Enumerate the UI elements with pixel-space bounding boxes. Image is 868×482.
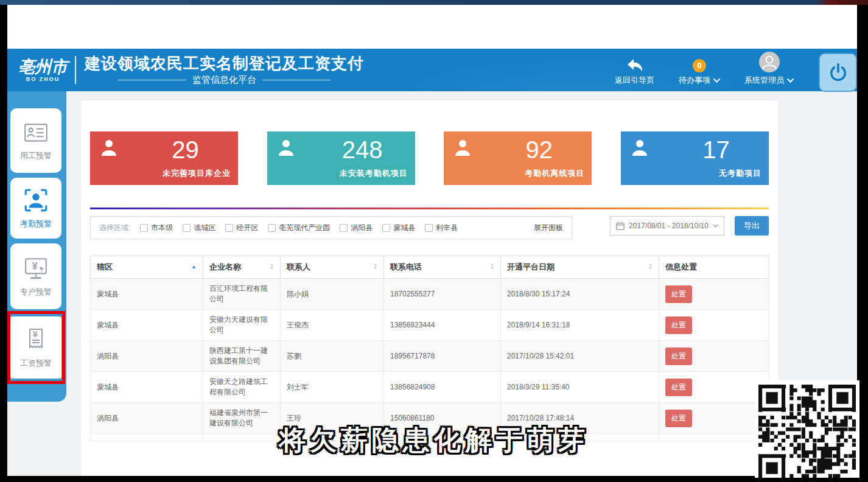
column-header-company[interactable]: 企业名称 ▲▼	[203, 256, 281, 279]
region-checkbox-0[interactable]: 市本级	[140, 223, 173, 233]
todo-label: 待办事项	[679, 75, 710, 86]
main-panel: 29 未完善项目库企业 248 未安装考勤机项目 92 考勤机离线项目	[81, 100, 778, 476]
stat-card-incomplete-projects[interactable]: 29 未完善项目库企业	[90, 131, 238, 185]
screen: 亳州市 BO ZHOU 建设领域农民工实名制登记及工资支付 监管信息化平台	[0, 0, 868, 482]
chevron-down-icon	[713, 224, 718, 228]
page-subtitle: 监管信息化平台	[192, 74, 256, 86]
face-scan-icon	[23, 187, 49, 213]
table-row: 蒙城县 安徽天之路建筑工程有限公司 刘士军 13856824908 2018/3…	[91, 372, 769, 403]
sidebar-item-label: 工资预警	[20, 358, 52, 369]
sort-icons[interactable]: ▲▼	[270, 263, 274, 270]
handle-button[interactable]: 处置	[665, 285, 692, 303]
checkbox[interactable]	[140, 224, 148, 232]
person-icon	[277, 139, 295, 157]
stat-value: 92	[486, 136, 592, 164]
logout-power-button[interactable]	[819, 53, 857, 92]
table-row: 涡阳县 陕西建工第十一建设集团有限公司 苏鹏 18956717878 2017/…	[91, 341, 769, 372]
sort-icons[interactable]: ▲▼	[648, 263, 653, 270]
todo-menu[interactable]: 0 待办事项	[679, 54, 720, 86]
table-row: 蒙城县 百汇环境工程有限公司 陈小娟 18702555277 2018/8/30…	[91, 279, 769, 310]
handle-button[interactable]: 处置	[665, 379, 692, 396]
sidebar-item-account-warning[interactable]: ¥ 专户预警	[10, 243, 61, 309]
city-logo: 亳州市 BO ZHOU	[18, 58, 68, 82]
person-icon	[631, 139, 649, 157]
region-checkbox-1[interactable]: 谯城区	[183, 223, 215, 233]
sort-asc-icon[interactable]: ▲	[191, 264, 197, 270]
gradient-divider	[90, 208, 769, 209]
region-checkbox-3[interactable]: 亳芜现代产业园	[268, 223, 330, 233]
handle-button[interactable]: 处置	[665, 348, 692, 365]
column-header-open-date[interactable]: 开通平台日期 ▲▼	[501, 256, 659, 279]
sidebar-item-label: 专户预警	[20, 287, 52, 298]
stat-value: 17	[663, 136, 769, 164]
date-range-picker[interactable]: 2017/08/01 - 2018/10/10	[610, 216, 724, 236]
expand-panel-button[interactable]: 展开面板	[534, 223, 563, 233]
sort-icons[interactable]: ▲▼	[373, 263, 377, 270]
app-header: 亳州市 BO ZHOU 建设领域农民工实名制登记及工资支付 监管信息化平台	[7, 49, 857, 91]
region-filter-label: 选择区域:	[99, 223, 130, 233]
video-top-bar	[0, 0, 868, 5]
user-label: 系统管理员	[744, 75, 784, 86]
stat-label: 无考勤项目	[719, 168, 761, 179]
id-card-icon	[23, 120, 49, 145]
city-logo-text: 亳州市	[18, 58, 68, 75]
monitor-yuan-icon: ¥	[23, 256, 49, 281]
table-row: 蒙城县 安徽力天建设有限公司 王俊杰 13856923444 2018/9/14…	[91, 310, 769, 341]
stat-label: 考勤机离线项目	[525, 168, 584, 179]
page-title: 建设领域农民工实名制登记及工资支付	[85, 54, 364, 72]
stat-card-no-attendance-machine[interactable]: 248 未安装考勤机项目	[267, 131, 415, 185]
user-menu[interactable]: 系统管理员	[744, 54, 794, 86]
back-to-guide-button[interactable]: 返回引导页	[615, 54, 654, 86]
svg-text:¥: ¥	[33, 329, 38, 339]
stat-label: 未完善项目库企业	[163, 168, 231, 179]
column-header-contact[interactable]: 联系人 ▲▼	[281, 256, 384, 279]
app-window: 亳州市 BO ZHOU 建设领域农民工实名制登记及工资支付 监管信息化平台	[7, 5, 857, 476]
table-header-row: 辖区 ▲ 企业名称 ▲▼ 联系人 ▲▼ 联系电话 ▲▼	[91, 256, 769, 279]
stat-cards-row: 29 未完善项目库企业 248 未安装考勤机项目 92 考勤机离线项目	[90, 131, 769, 185]
chevron-down-icon	[787, 79, 794, 83]
export-button[interactable]: 导出	[735, 216, 769, 236]
top-white-band	[7, 5, 857, 49]
video-subtitle: 将欠薪隐患化解于萌芽	[0, 422, 868, 458]
sidebar-item-wage-warning[interactable]: ¥ 工资预警	[10, 316, 61, 379]
qr-code	[755, 380, 859, 478]
column-header-phone[interactable]: 联系电话 ▲▼	[384, 256, 501, 279]
sort-icons[interactable]: ▲▼	[490, 263, 494, 270]
person-icon	[100, 139, 118, 157]
back-arrow-icon	[626, 54, 644, 72]
date-range-value: 2017/08/01 - 2018/10/10	[629, 222, 709, 230]
calendar-icon	[616, 222, 625, 230]
company-table: 辖区 ▲ 企业名称 ▲▼ 联系人 ▲▼ 联系电话 ▲▼	[90, 256, 769, 441]
region-checkbox-4[interactable]: 涡阳县	[340, 223, 373, 233]
stat-card-machine-offline[interactable]: 92 考勤机离线项目	[444, 131, 592, 185]
checkbox[interactable]	[183, 224, 191, 232]
avatar	[759, 52, 780, 72]
chevron-down-icon	[713, 79, 720, 83]
power-icon	[827, 61, 849, 83]
checkbox[interactable]	[425, 224, 433, 232]
sidebar-item-label: 用工预警	[20, 150, 52, 161]
region-checkbox-6[interactable]: 利辛县	[425, 223, 458, 233]
checkbox[interactable]	[225, 224, 233, 232]
stat-value: 29	[133, 136, 238, 164]
column-header-district[interactable]: 辖区 ▲	[91, 256, 203, 279]
logo-divider	[75, 56, 76, 84]
stat-card-no-attendance[interactable]: 17 无考勤项目	[621, 131, 769, 185]
sidebar-item-attendance-warning[interactable]: 考勤预警	[10, 178, 61, 239]
region-checkbox-2[interactable]: 经开区	[225, 223, 258, 233]
person-icon	[453, 139, 472, 157]
sidebar-item-label: 考勤预警	[20, 218, 52, 229]
back-to-guide-label: 返回引导页	[615, 75, 654, 86]
wage-receipt-icon: ¥	[24, 327, 48, 352]
stat-label: 未安装考勤机项目	[340, 168, 408, 179]
region-checkbox-5[interactable]: 蒙城县	[382, 223, 415, 233]
checkbox[interactable]	[340, 224, 348, 232]
title-block: 建设领域农民工实名制登记及工资支付 监管信息化平台	[85, 54, 364, 86]
checkbox[interactable]	[382, 224, 390, 232]
checkbox[interactable]	[268, 224, 276, 232]
subtitle-line-left	[118, 80, 186, 80]
handle-button[interactable]: 处置	[665, 316, 692, 334]
stat-value: 248	[310, 136, 415, 164]
column-header-action: 信息处置	[659, 256, 769, 279]
sidebar-item-employment-warning[interactable]: 用工预警	[10, 108, 61, 173]
